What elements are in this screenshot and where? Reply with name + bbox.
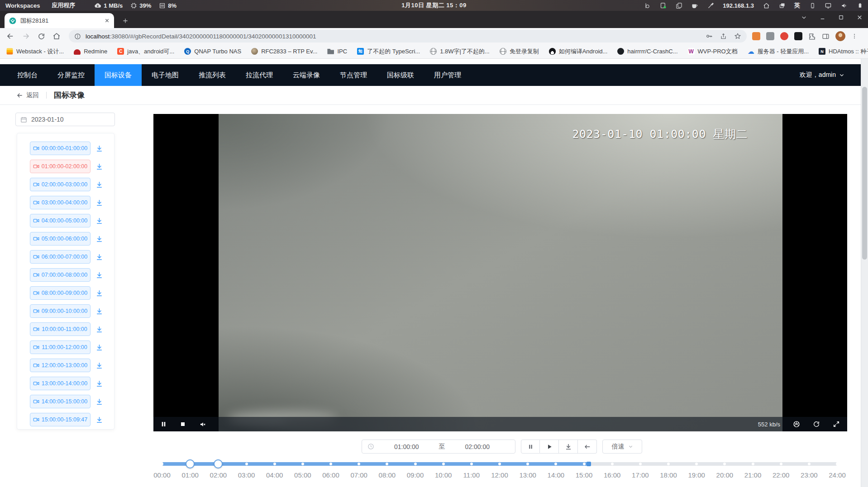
record-download-button[interactable] [95,416,103,424]
record-download-button[interactable] [95,145,103,152]
phone-link-tray-icon[interactable] [809,2,816,9]
record-range-button[interactable]: 05:00:00-06:00:00 [30,232,91,246]
nav-tab[interactable]: 推流列表 [189,64,236,86]
flameshot-tray-icon[interactable] [644,2,651,9]
back-button[interactable]: 返回 [16,91,39,99]
window-close-icon[interactable] [857,14,863,20]
browser-tab[interactable]: 国标28181 [5,13,114,28]
record-download-button[interactable] [95,326,103,333]
workspaces-button[interactable]: Workspaces [5,2,40,9]
nav-tab[interactable]: 控制台 [7,64,48,86]
player-refresh-button[interactable] [813,421,820,428]
record-download-button[interactable] [95,235,103,243]
record-range-button[interactable]: 06:00:00-07:00:00 [30,250,91,264]
record-range-button[interactable]: 12:00:00-13:00:00 [30,359,91,372]
record-range-button[interactable]: 11:00:00-12:00:00 [30,340,91,354]
seek-back-button[interactable] [578,440,597,454]
nav-tab[interactable]: 电子地图 [142,64,189,86]
window-maximize-icon[interactable] [838,14,844,20]
page-scrollbar[interactable] [861,59,868,487]
player-pause-button[interactable] [161,421,167,427]
record-download-button[interactable] [95,289,103,297]
range-start-time[interactable]: 01:00:00 [374,443,439,450]
timeline-slider[interactable] [162,462,837,466]
battery-tray-icon[interactable] [856,2,863,9]
record-range-button[interactable]: 02:00:00-03:00:00 [30,178,91,191]
record-range-button[interactable]: 15:00:00-15:09:47 [30,413,91,426]
ip-address-indicator[interactable]: 192.168.1.3 [723,2,754,9]
workspaces-tray-icon[interactable] [778,2,786,9]
nav-tab[interactable]: 节点管理 [330,64,377,86]
extension-red-icon[interactable] [780,32,788,40]
bookmark-item[interactable]: WWVP-PRO文档 [688,47,738,56]
record-download-button[interactable] [95,271,103,279]
browser-home-icon[interactable] [49,29,64,43]
bookmark-item[interactable]: 免登录复制 [500,47,539,56]
record-download-button[interactable] [95,344,103,351]
extensions-puzzle-icon[interactable] [808,33,816,40]
bookmark-item[interactable]: 1.8W字|了不起的... [430,47,490,56]
browser-menu-dots-icon[interactable] [851,33,858,40]
bookmark-item[interactable]: ☁服务器 - 轻量应用... [748,47,809,56]
bookmark-item[interactable]: Redmine [74,48,107,55]
display-tray-icon[interactable] [825,2,832,9]
browser-reload-icon[interactable] [33,29,49,43]
window-minimize-icon[interactable] [820,14,825,20]
nav-tab[interactable]: 国标设备 [95,64,142,86]
home-tray-icon[interactable] [763,2,770,9]
player-mute-button[interactable] [199,421,206,428]
nav-tab[interactable]: 国标级联 [377,64,424,86]
new-tab-button[interactable] [120,16,130,26]
record-download-button[interactable] [95,253,103,261]
record-download-button[interactable] [95,163,103,170]
clipboard-tray-icon[interactable] [675,2,682,9]
nav-tab[interactable]: 云端录像 [283,64,330,86]
extension-dark-icon[interactable] [794,32,802,40]
date-picker[interactable]: 2023-01-10 [15,113,115,126]
nav-tab[interactable]: 分屏监控 [48,64,95,86]
browser-forward-icon[interactable] [18,29,33,43]
timeline-handle[interactable] [186,459,195,468]
share-icon[interactable] [720,33,727,40]
record-range-button[interactable]: 04:00:00-05:00:00 [30,214,91,227]
bookmark-item[interactable]: Webstack - 设计... [6,47,64,56]
browser-back-icon[interactable] [3,29,18,43]
bookmark-item[interactable]: RFC2833 – RTP Ev... [251,48,317,55]
nav-tab[interactable]: 拉流代理 [236,64,283,86]
record-download-button[interactable] [95,398,103,406]
record-download-button[interactable] [95,362,103,369]
record-range-button[interactable]: 10:00:00-11:00:00 [30,322,91,336]
extension-js-icon[interactable] [752,32,760,40]
record-range-button[interactable]: 07:00:00-08:00:00 [30,268,91,282]
snapshot-button[interactable] [793,421,800,428]
record-range-button[interactable]: 01:00:00-02:00:00 [30,160,91,173]
address-bar[interactable]: localhost:38080/#/gbRecordDetail/3402000… [69,30,747,43]
bookmark-item[interactable]: hairrrrr/C-CrashC... [617,48,677,55]
browser-profile-avatar[interactable] [835,31,845,41]
record-download-button[interactable] [95,181,103,189]
site-info-icon[interactable] [74,33,81,40]
extension-gray-icon[interactable] [766,32,774,40]
player-stop-button[interactable] [180,421,186,427]
record-download-button[interactable] [95,307,103,315]
bookmark-item[interactable]: 如何编译Android... [549,47,608,56]
bookmark-item[interactable]: NHDAtmos :: 种子 *... [819,47,868,56]
pause-button[interactable] [521,440,540,454]
timeline-handle[interactable] [214,459,223,468]
record-download-button[interactable] [95,199,103,207]
bookmark-item[interactable]: Cjava、android可... [117,47,174,56]
time-range-picker[interactable]: 01:00:00 至 02:00:00 [362,440,515,454]
record-range-button[interactable]: 00:00:00-01:00:00 [30,142,91,155]
record-range-button[interactable]: 09:00:00-10:00:00 [30,304,91,318]
play-button[interactable] [540,440,559,454]
record-download-button[interactable] [95,380,103,388]
volume-tray-icon[interactable] [840,2,848,9]
tab-search-chevron-icon[interactable] [801,14,807,20]
applications-button[interactable]: 应用程序 [52,1,75,9]
bookmark-item[interactable]: 知了不起的 TypeScri... [357,47,420,56]
app-notification-tray-icon[interactable] [659,2,667,9]
bookmark-item[interactable]: QQNAP Turbo NAS [184,48,241,55]
speed-dropdown[interactable]: 倍速 [602,440,642,454]
record-range-button[interactable]: 08:00:00-09:00:00 [30,286,91,300]
bookmark-star-icon[interactable] [734,33,741,40]
